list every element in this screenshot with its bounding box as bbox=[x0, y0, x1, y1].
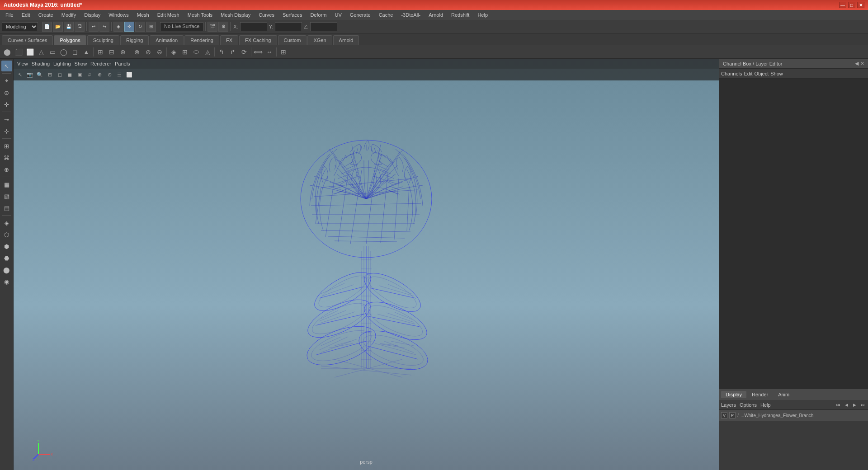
pyramid-icon[interactable]: ▲ bbox=[81, 47, 92, 57]
menu-generate[interactable]: Generate bbox=[346, 11, 374, 19]
move-tool-button[interactable]: ✛ bbox=[124, 22, 134, 32]
tab-fx-caching[interactable]: FX Caching bbox=[239, 35, 277, 45]
menu-mesh[interactable]: Mesh bbox=[133, 11, 153, 19]
layer-playback-p[interactable]: P bbox=[729, 412, 736, 418]
anim-layer-tool[interactable]: ▤ bbox=[1, 202, 12, 213]
menu-help[interactable]: Help bbox=[474, 11, 491, 19]
vp-snap-btn[interactable]: ⊕ bbox=[95, 70, 104, 79]
tab-polygons[interactable]: Polygons bbox=[54, 35, 86, 45]
layer-prev-btn[interactable]: ⏮ bbox=[835, 401, 842, 409]
snap-grid-tool[interactable]: ⊞ bbox=[1, 141, 12, 151]
workspace-dropdown[interactable]: Modeling bbox=[2, 22, 38, 31]
uv-icon[interactable]: ⊞ bbox=[278, 47, 289, 57]
menu-deform[interactable]: Deform bbox=[307, 11, 330, 19]
torus-icon[interactable]: ◯ bbox=[58, 47, 69, 57]
menu-edit[interactable]: Edit bbox=[18, 11, 34, 19]
vp-grid-btn[interactable]: # bbox=[85, 70, 94, 79]
select-tool-button[interactable]: ◈ bbox=[113, 22, 123, 32]
new-scene-button[interactable]: 📄 bbox=[42, 22, 52, 32]
soft-select-tool[interactable]: ⊸ bbox=[1, 114, 12, 125]
prism-icon[interactable]: ◻ bbox=[70, 47, 80, 57]
display-tab[interactable]: Display bbox=[721, 391, 746, 398]
misc-tool-4[interactable]: ⬣ bbox=[1, 253, 12, 263]
save-scene-button[interactable]: 💾 bbox=[64, 22, 74, 32]
vp-shaded-btn[interactable]: ◼ bbox=[65, 70, 74, 79]
menu-uv[interactable]: UV bbox=[331, 11, 345, 19]
tab-animation[interactable]: Animation bbox=[150, 35, 184, 45]
select-tool[interactable]: ↖ bbox=[1, 61, 12, 71]
tab-sculpting[interactable]: Sculpting bbox=[87, 35, 119, 45]
menu-arnold[interactable]: Arnold bbox=[425, 11, 447, 19]
menu-create[interactable]: Create bbox=[35, 11, 57, 19]
tab-custom[interactable]: Custom bbox=[278, 35, 307, 45]
append-icon[interactable]: ⊕ bbox=[118, 47, 128, 57]
menu-curves[interactable]: Curves bbox=[255, 11, 278, 19]
viewport[interactable]: View Shading Lighting Show Renderer Pane… bbox=[14, 59, 719, 470]
layer-visibility-v[interactable]: V bbox=[721, 412, 727, 418]
flow-icon[interactable]: ⟳ bbox=[239, 47, 250, 57]
combine-icon[interactable]: ⊗ bbox=[132, 47, 142, 57]
menu-cache[interactable]: Cache bbox=[375, 11, 397, 19]
viewport-renderer-menu[interactable]: Renderer bbox=[90, 61, 111, 66]
render-settings-button[interactable]: ⚙ bbox=[218, 22, 228, 32]
misc-tool-6[interactable]: ◉ bbox=[1, 276, 12, 287]
vp-isolate-btn[interactable]: ⊙ bbox=[105, 70, 114, 79]
tab-fx[interactable]: FX bbox=[220, 35, 238, 45]
tab-rendering[interactable]: Rendering bbox=[184, 35, 219, 45]
transform-tool[interactable]: ✛ bbox=[1, 99, 12, 110]
viewport-view-menu[interactable]: View bbox=[17, 61, 28, 66]
close-button[interactable]: ✕ bbox=[857, 2, 864, 8]
viewport-show-menu[interactable]: Show bbox=[75, 61, 87, 66]
menu-redshift[interactable]: Redshift bbox=[448, 11, 473, 19]
render-tab[interactable]: Render bbox=[747, 391, 773, 398]
layer-forward-btn[interactable]: ▶ bbox=[851, 401, 858, 409]
misc-tool-3[interactable]: ⬢ bbox=[1, 241, 12, 252]
menu-display[interactable]: Display bbox=[80, 11, 104, 19]
z-field[interactable] bbox=[310, 22, 337, 31]
tab-rigging[interactable]: Rigging bbox=[120, 35, 149, 45]
vp-zoom-btn[interactable]: 🔍 bbox=[35, 70, 44, 79]
snap-point-tool[interactable]: ⊕ bbox=[1, 164, 12, 175]
flip-icon[interactable]: ↔ bbox=[264, 47, 275, 57]
object-menu[interactable]: Object bbox=[754, 71, 769, 76]
vp-xray-btn[interactable]: ☰ bbox=[115, 70, 124, 79]
y-field[interactable] bbox=[275, 22, 302, 31]
channels-menu[interactable]: Channels bbox=[721, 71, 742, 76]
plane-icon[interactable]: ▭ bbox=[47, 47, 58, 57]
paint-select-tool[interactable]: ⊙ bbox=[1, 87, 12, 98]
menu-mesh-tools[interactable]: Mesh Tools bbox=[184, 11, 216, 19]
vp-camera-btn[interactable]: 📷 bbox=[25, 70, 34, 79]
menu-mesh-display[interactable]: Mesh Display bbox=[217, 11, 254, 19]
menu-modify[interactable]: Modify bbox=[58, 11, 80, 19]
rotate-tool-button[interactable]: ↻ bbox=[135, 22, 145, 32]
misc-tool-5[interactable]: ⬤ bbox=[1, 264, 12, 275]
channel-box-settings[interactable]: ✕ bbox=[860, 61, 864, 66]
misc-tool-1[interactable]: ◈ bbox=[1, 217, 12, 228]
anim-tab[interactable]: Anim bbox=[774, 391, 794, 398]
tab-arnold[interactable]: Arnold bbox=[333, 35, 359, 45]
mirror-icon[interactable]: ⟺ bbox=[253, 47, 264, 57]
layer-name[interactable]: ...White_Hydrangea_Flower_Branch bbox=[741, 413, 866, 418]
bridge-icon[interactable]: ⊟ bbox=[106, 47, 117, 57]
boolean-icon[interactable]: ⊞ bbox=[179, 47, 190, 57]
cube-icon[interactable]: ⬛ bbox=[13, 47, 24, 57]
tab-xgen[interactable]: XGen bbox=[307, 35, 332, 45]
viewport-panels-menu[interactable]: Panels bbox=[115, 61, 130, 66]
triangulate-icon[interactable]: ◬ bbox=[202, 47, 213, 57]
channel-box-collapse[interactable]: ◀ bbox=[855, 61, 859, 66]
minimize-button[interactable]: — bbox=[839, 2, 846, 8]
cone-icon[interactable]: △ bbox=[36, 47, 47, 57]
save-as-button[interactable]: 🖫 bbox=[75, 22, 85, 32]
menu-surfaces[interactable]: Surfaces bbox=[279, 11, 306, 19]
viewport-lighting-menu[interactable]: Lighting bbox=[53, 61, 71, 66]
menu-3dto-all[interactable]: -3DtoAll- bbox=[397, 11, 424, 19]
extract-icon[interactable]: ⊖ bbox=[154, 47, 165, 57]
scale-tool-button[interactable]: ⊞ bbox=[146, 22, 156, 32]
tab-curves-surfaces[interactable]: Curves / Surfaces bbox=[2, 35, 53, 45]
layers-menu[interactable]: Layers bbox=[721, 402, 736, 408]
smooth-icon[interactable]: ⬭ bbox=[191, 47, 202, 57]
open-scene-button[interactable]: 📂 bbox=[53, 22, 63, 32]
snap-curve-tool[interactable]: ⌘ bbox=[1, 152, 12, 163]
vp-select-btn[interactable]: ↖ bbox=[15, 70, 24, 79]
render-button[interactable]: 🎬 bbox=[208, 22, 217, 32]
